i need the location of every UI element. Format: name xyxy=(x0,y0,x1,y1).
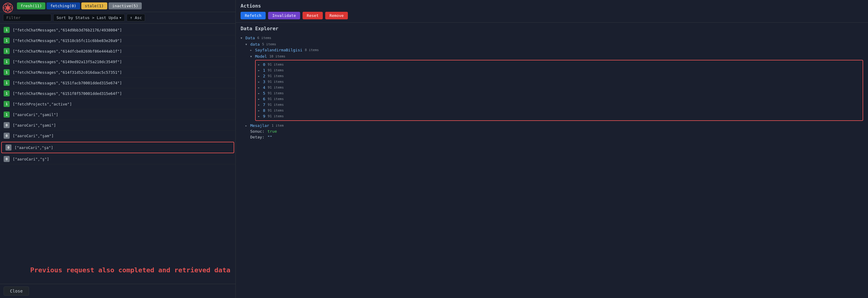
filter-input[interactable] xyxy=(3,14,51,22)
refetch-button[interactable]: Refetch xyxy=(241,12,266,19)
model-item-index: 3 xyxy=(263,80,266,84)
tree-data-inner: ▼ data 5 items ► SayfalandirmaBilgisi 8 … xyxy=(245,41,863,123)
tree-arrow-model-item: ► xyxy=(258,92,262,95)
model-item-row[interactable]: ►291 items xyxy=(256,73,863,79)
model-item-row[interactable]: ►591 items xyxy=(256,90,863,96)
filter-bar: Sort by Status > Last Upda ▾ ↑ Asc xyxy=(0,12,236,24)
model-item-meta: 91 items xyxy=(268,97,284,101)
data-explorer-title: Data Explorer xyxy=(241,26,863,31)
data-explorer-section: Data Explorer ▼ Data 6 items ▼ data 5 it… xyxy=(236,23,868,298)
query-key: ["aaroCari","şa"] xyxy=(14,145,53,150)
model-item-meta: 91 items xyxy=(268,91,284,95)
tab-inactive[interactable]: inactive(5) xyxy=(108,2,142,9)
query-item[interactable]: 1["fetchChatMessages","614d9bb3d76b2176/… xyxy=(0,25,236,35)
tree-arrow-data-inner: ▼ xyxy=(245,43,249,46)
tree-arrow-model-item: ► xyxy=(258,74,262,78)
model-item-meta: 91 items xyxy=(268,109,284,113)
close-button[interactable]: Close xyxy=(4,287,29,296)
query-key: ["fetchChatMessages","6151facb70001dded3… xyxy=(13,81,122,85)
logo xyxy=(2,2,13,14)
invalidate-button[interactable]: Invalidate xyxy=(268,12,300,19)
tree-model-row[interactable]: ▼ Model 10 items xyxy=(250,54,863,59)
model-box: ►091 items►191 items►291 items►391 items… xyxy=(255,60,863,121)
tree-data-row[interactable]: ▼ Data 6 items xyxy=(241,35,863,41)
model-item-row[interactable]: ►891 items xyxy=(256,108,863,113)
query-item[interactable]: 1["fetchChatMessages","6151facb70001dded… xyxy=(0,78,236,88)
model-item-row[interactable]: ►791 items xyxy=(256,102,863,108)
sort-label: Sort by Status > Last Upda xyxy=(57,16,118,20)
query-item[interactable]: 1["aaroCari","şamil"] xyxy=(0,110,236,120)
model-item-index: 1 xyxy=(263,68,266,72)
tree-detay-row: ► Detay: "" xyxy=(245,134,863,140)
query-item[interactable]: 1["fetchChatMessages","614dfcbe8269bf86e… xyxy=(0,46,236,57)
tab-fresh[interactable]: fresh(11) xyxy=(17,2,45,9)
tab-stale[interactable]: stale(1) xyxy=(81,2,107,9)
query-item[interactable]: 0["aaroCari","şa"] xyxy=(1,142,234,153)
model-item-index: 7 xyxy=(263,102,266,107)
remove-label: Remove xyxy=(330,13,344,18)
reset-button[interactable]: Reset xyxy=(303,12,323,19)
right-panel: Actions Refetch Invalidate Reset Remove … xyxy=(236,0,868,298)
query-badge: 0 xyxy=(4,156,10,162)
query-badge: 0 xyxy=(4,133,10,139)
query-badge: 1 xyxy=(4,112,10,118)
query-item[interactable]: 1["fetchChatMessages","6151f8f570001dded… xyxy=(0,88,236,99)
tree-arrow-model: ▼ xyxy=(250,55,254,58)
model-item-index: 6 xyxy=(263,97,266,101)
query-item[interactable]: 1["fetchChatMessages","614f31d52c016daac… xyxy=(0,67,236,78)
model-item-row[interactable]: ►691 items xyxy=(256,96,863,102)
query-key: ["aaroCari","şami"] xyxy=(13,123,56,127)
tree-model-key: Model xyxy=(255,54,267,59)
tree-mesajlar-key: Mesajlar xyxy=(250,123,269,128)
refetch-label: Refetch xyxy=(245,13,261,18)
sort-button[interactable]: Sort by Status > Last Upda ▾ xyxy=(53,14,125,22)
invalidate-label: Invalidate xyxy=(272,13,296,18)
model-item-index: 0 xyxy=(263,62,266,67)
model-item-row[interactable]: ►991 items xyxy=(256,113,863,119)
model-item-row[interactable]: ►091 items xyxy=(256,62,863,67)
actions-section: Actions Refetch Invalidate Reset Remove xyxy=(236,0,868,23)
tree-arrow-data: ▼ xyxy=(241,36,244,39)
tree-arrow-model-item: ► xyxy=(258,69,262,72)
query-key: ["aaroCari","şamil"] xyxy=(13,113,58,117)
tab-stale-label: stale xyxy=(85,4,97,8)
close-label: Close xyxy=(10,289,23,294)
query-item[interactable]: 0["aaroCari","ş"] xyxy=(0,154,236,165)
tree-model-children: ►091 items►191 items►291 items►391 items… xyxy=(250,60,863,121)
model-item-meta: 91 items xyxy=(268,68,284,72)
remove-button[interactable]: Remove xyxy=(325,12,348,19)
tree-sonuc-row: ► Sonuc: true xyxy=(245,128,863,134)
tree-mesajlar-row[interactable]: ► Mesajlar 1 item xyxy=(245,123,863,128)
tab-fresh-label: fresh xyxy=(21,4,32,8)
query-item[interactable]: 0["aaroCari","şam"] xyxy=(0,130,236,141)
query-item[interactable]: 1["fetchChatMessages","6149ed92a13f5a210… xyxy=(0,57,236,67)
tree-mesajlar-meta: 1 item xyxy=(272,124,284,127)
query-key: ["fetchChatMessages","61518cb5fc11c6bbe8… xyxy=(13,38,122,43)
tree-sayfa-row[interactable]: ► SayfalandirmaBilgisi 8 items xyxy=(250,47,863,53)
query-key: ["aaroCari","ş"] xyxy=(13,157,49,161)
query-item[interactable]: 0["aaroCari","şami"] xyxy=(0,120,236,130)
tree-detay-value: "" xyxy=(268,135,272,139)
asc-label: ↑ Asc xyxy=(130,16,142,20)
model-item-index: 5 xyxy=(263,91,266,95)
query-item[interactable]: 1["fetchProjects","active"] xyxy=(0,99,236,110)
model-item-meta: 91 items xyxy=(268,103,284,107)
query-item[interactable]: 1["fetchChatMessages","61518cb5fc11c6bbe… xyxy=(0,35,236,46)
tab-fetching-count: 0 xyxy=(72,4,74,8)
model-item-meta: 91 items xyxy=(268,74,284,78)
tree-data-root: ▼ Data 6 items ▼ data 5 items ► xyxy=(241,34,863,141)
tab-inactive-count: 5 xyxy=(133,4,136,8)
tree-arrow-model-item: ► xyxy=(258,63,262,66)
model-item-row[interactable]: ►491 items xyxy=(256,85,863,90)
tree-data-inner-meta: 5 items xyxy=(262,42,276,46)
tree-arrow-model-item: ► xyxy=(258,103,262,107)
close-area: Close xyxy=(0,284,236,298)
tree-data-children: ▼ data 5 items ► SayfalandirmaBilgisi 8 … xyxy=(241,41,863,140)
tree-sayfa-key: SayfalandirmaBilgisi xyxy=(255,48,303,52)
tab-fetching[interactable]: fetching(0) xyxy=(46,2,80,9)
model-item-row[interactable]: ►191 items xyxy=(256,67,863,73)
model-item-index: 8 xyxy=(263,108,266,113)
model-item-row[interactable]: ►391 items xyxy=(256,79,863,85)
asc-button[interactable]: ↑ Asc xyxy=(127,14,145,22)
tree-data-inner-row[interactable]: ▼ data 5 items xyxy=(245,41,863,47)
